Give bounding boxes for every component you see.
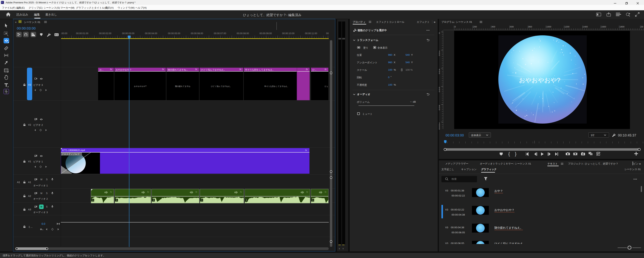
svg-text:{: { (508, 151, 510, 157)
svg-text:}: } (515, 151, 516, 157)
